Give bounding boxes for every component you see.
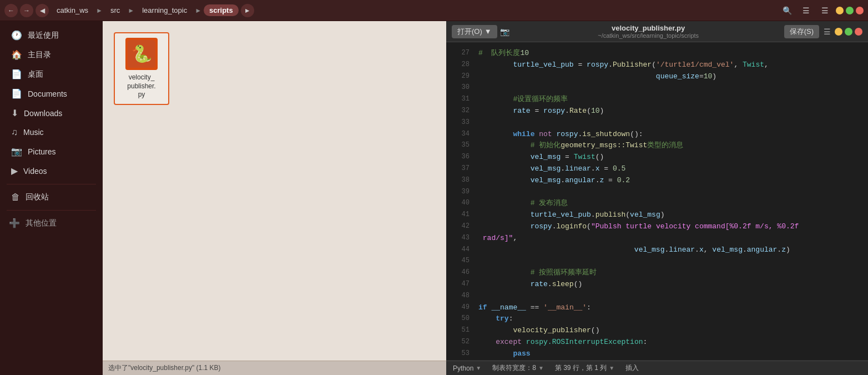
sidebar-item-pictures[interactable]: 📷 Pictures	[2, 142, 100, 161]
editor-titlebar: 打开(O) ▼ 📷 velocity_publisher.py ~/catkin…	[446, 21, 868, 42]
lang-label: Python	[453, 364, 473, 372]
code-line-40: 40 # 发布消息	[446, 198, 868, 209]
sidebar-label-downloads: Downloads	[24, 109, 62, 118]
code-line-42: 42 rospy.loginfo("Publsh turtle velocity…	[446, 221, 868, 233]
sidebar-label-recent: 最近使用	[28, 31, 59, 41]
file-label-velocity-publisher: velocity_publisher.py	[127, 73, 155, 99]
editor-filename: velocity_publisher.py	[513, 24, 784, 32]
code-line-48: 48	[446, 291, 868, 302]
status-position: 第 39 行，第 1 列 ▼	[555, 363, 614, 373]
code-line-38: 38 vel_msg.angular.z = 0.2	[446, 175, 868, 187]
code-line-30: 30	[446, 82, 868, 94]
code-line-39: 39	[446, 187, 868, 198]
status-lang[interactable]: Python ▼	[453, 364, 481, 372]
sidebar-item-recent[interactable]: 🕐 最近使用	[2, 26, 100, 44]
documents-icon: 📄	[11, 88, 22, 99]
sidebar-item-downloads[interactable]: ⬇ Downloads	[2, 104, 100, 122]
sidebar: 🕐 最近使用 🏠 主目录 📄 桌面 📄 Documents ⬇ Download…	[0, 21, 103, 375]
editor-minimize-button[interactable]	[835, 28, 842, 36]
trash-icon: 🗑	[11, 192, 20, 202]
file-status-text: 选中了"velocity_publisher.py" (1.1 KB)	[108, 364, 221, 372]
sidebar-label-other: 其他位置	[26, 218, 57, 228]
forward-button[interactable]: →	[20, 4, 33, 17]
sidebar-item-other[interactable]: ➕ 其他位置	[0, 214, 103, 232]
editor-camera-button[interactable]: 📷	[497, 24, 513, 39]
file-item-velocity-publisher[interactable]: 🐍 velocity_publisher.py	[114, 32, 169, 105]
code-editor[interactable]: 27 # 队列长度10 28 turtle_vel_pub = rospy.Pu…	[446, 42, 868, 361]
code-line-49: 49 if __name__ == '__main__':	[446, 302, 868, 314]
breadcrumb-catkin_ws[interactable]: catkin_ws	[51, 4, 94, 16]
code-line-44: 44 vel_msg.linear.x, vel_msg.angular.z)	[446, 244, 868, 256]
editor-maximize-button[interactable]	[845, 28, 852, 36]
recent-icon: 🕐	[11, 30, 22, 41]
status-mode: 插入	[625, 363, 639, 373]
breadcrumb-expand-button[interactable]: ►	[241, 4, 254, 17]
editor-menu-button[interactable]: ☰	[819, 24, 835, 39]
file-grid: 🐍 velocity_publisher.py	[103, 21, 446, 361]
maximize-button[interactable]	[846, 7, 854, 14]
menu-button[interactable]: ☰	[817, 3, 832, 18]
position-label: 第 39 行，第 1 列	[555, 363, 607, 373]
view-toggle-button[interactable]: ☰	[798, 3, 814, 18]
code-line-27: 27 # 队列长度10	[446, 48, 868, 59]
sidebar-item-music[interactable]: ♫ Music	[2, 123, 100, 141]
breadcrumb-scripts[interactable]: scripts	[204, 4, 239, 16]
sidebar-label-documents: Documents	[28, 89, 67, 98]
sidebar-item-videos[interactable]: ▶ Videos	[2, 162, 100, 180]
back-button[interactable]: ←	[4, 4, 18, 17]
editor-panel: 打开(O) ▼ 📷 velocity_publisher.py ~/catkin…	[446, 21, 868, 375]
downloads-icon: ⬇	[11, 108, 18, 118]
sidebar-label-home: 主目录	[28, 50, 51, 60]
code-line-34: 34 while not rospy.is_shutdown():	[446, 129, 868, 141]
code-line-31: 31 #设置循环的频率	[446, 94, 868, 106]
sidebar-item-trash[interactable]: 🗑 回收站	[2, 188, 100, 206]
code-line-51: 51 velocity_publisher()	[446, 325, 868, 337]
code-line-33: 33	[446, 117, 868, 129]
code-line-32: 32 rate = rospy.Rate(10)	[446, 106, 868, 117]
pictures-icon: 📷	[11, 146, 22, 157]
code-line-50: 50 try:	[446, 313, 868, 325]
code-line-43: 43 rad/s]",	[446, 233, 868, 244]
breadcrumb-src[interactable]: src	[105, 4, 125, 16]
editor-open-button[interactable]: 打开(O) ▼	[452, 25, 497, 38]
code-line-29: 29 queue_size=10)	[446, 71, 868, 83]
sidebar-label-desktop: 桌面	[28, 69, 43, 79]
desktop-icon: 📄	[11, 69, 22, 79]
python-file-icon: 🐍	[125, 38, 158, 70]
file-status-bar: 选中了"velocity_publisher.py" (1.1 KB)	[103, 361, 446, 375]
add-icon: ➕	[9, 218, 20, 228]
sidebar-divider	[7, 184, 96, 184]
open-label: 打开(O)	[457, 27, 482, 37]
sidebar-label-trash: 回收站	[26, 192, 49, 202]
code-line-47: 47 rate.sleep()	[446, 279, 868, 291]
sidebar-label-pictures: Pictures	[28, 147, 56, 156]
videos-icon: ▶	[11, 166, 18, 176]
breadcrumb-sep-2: ►	[128, 7, 134, 14]
sidebar-divider-2	[7, 210, 96, 211]
top-bar-right: 🔍 ☰ ☰	[779, 3, 864, 18]
main-content: 🕐 最近使用 🏠 主目录 📄 桌面 📄 Documents ⬇ Download…	[0, 21, 868, 375]
top-bar: ← → ◀ catkin_ws ► src ► learning_topic ►…	[0, 0, 868, 21]
open-dropdown-icon: ▼	[485, 27, 492, 36]
close-button[interactable]	[856, 7, 864, 14]
breadcrumb-learning_topic[interactable]: learning_topic	[137, 4, 193, 16]
code-line-35: 35 # 初始化geometry_msgs::Twist类型的消息	[446, 140, 868, 152]
code-line-28: 28 turtle_vel_pub = rospy.Publisher('/tu…	[446, 59, 868, 71]
sidebar-item-documents[interactable]: 📄 Documents	[2, 84, 100, 103]
minimize-button[interactable]	[836, 7, 844, 14]
pos-dropdown-icon: ▼	[609, 365, 614, 371]
home-icon: 🏠	[11, 49, 22, 60]
code-line-46: 46 # 按照循环频率延时	[446, 267, 868, 279]
sidebar-item-home[interactable]: 🏠 主目录	[2, 46, 100, 64]
search-button[interactable]: 🔍	[779, 3, 795, 18]
editor-close-button[interactable]	[855, 28, 862, 36]
editor-save-button[interactable]: 保存(S)	[784, 25, 819, 38]
code-line-36: 36 vel_msg = Twist()	[446, 152, 868, 163]
status-tab-width[interactable]: 制表符宽度：8 ▼	[492, 363, 544, 373]
sidebar-item-desktop[interactable]: 📄 桌面	[2, 65, 100, 83]
parent-button[interactable]: ◀	[36, 4, 49, 17]
editor-statusbar: Python ▼ 制表符宽度：8 ▼ 第 39 行，第 1 列 ▼ 插入	[446, 361, 868, 375]
mode-label: 插入	[625, 363, 639, 373]
code-line-41: 41 turtle_vel_pub.publish(vel_msg)	[446, 209, 868, 221]
sidebar-label-videos: Videos	[23, 167, 47, 176]
